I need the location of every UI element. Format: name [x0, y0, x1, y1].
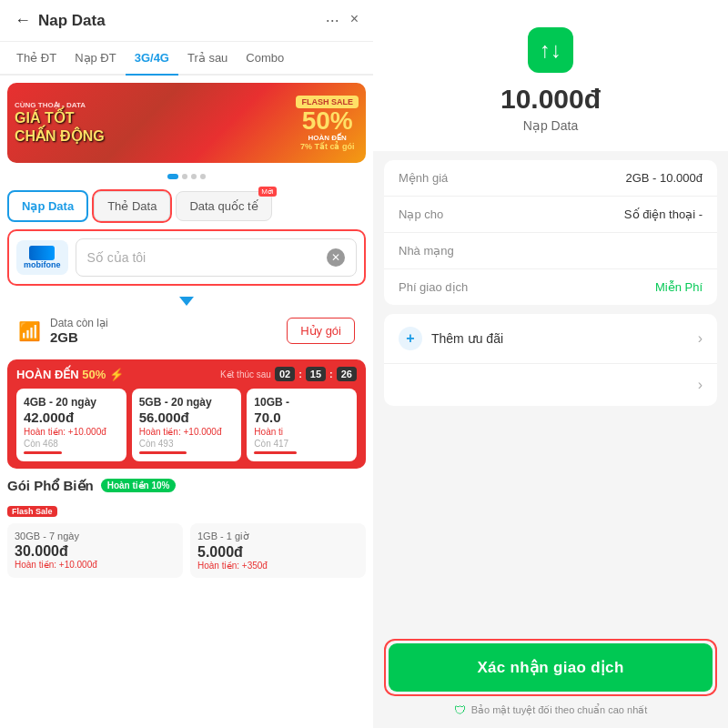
pkg-3-price: 70.0: [254, 409, 349, 427]
clear-input-button[interactable]: ✕: [327, 248, 345, 267]
pkg-2-remaining: Còn 493: [139, 439, 235, 449]
right-panel: ↑↓ 10.000đ Nạp Data Mệnh giá 2GB - 10.00…: [373, 0, 728, 728]
flash-sale-tag-wrapper: Flash Sale: [7, 501, 366, 518]
pop-pkg-2-price: 5.000đ: [197, 544, 359, 561]
refund-badge: Hoàn tiền 10%: [101, 479, 177, 492]
data-remaining-amount: 2GB: [50, 329, 108, 345]
header-left: ← Nap Data: [15, 11, 106, 30]
payment-header: ↑↓ 10.000đ Nạp Data: [373, 0, 728, 151]
flash-packages: 4GB - 20 ngày 42.000đ Hoàn tiền: +10.000…: [16, 389, 357, 461]
detail-row-nha-mang: Nhà mạng: [384, 233, 717, 269]
spacer: [373, 415, 728, 628]
flash-package-1[interactable]: 4GB - 20 ngày 42.000đ Hoàn tiền: +10.000…: [16, 389, 126, 461]
countdown-hours: 02: [275, 367, 295, 381]
promo-text: Thêm ưu đãi: [431, 331, 503, 346]
detail-value-phi-giao-dich: Miễn Phí: [655, 280, 703, 294]
pkg-2-refund: Hoàn tiền: +10.000đ: [139, 427, 235, 437]
data-remaining-label: Data còn lại: [50, 317, 108, 329]
discount-percent: 50%: [302, 108, 353, 134]
payment-amount: 10.000đ: [500, 84, 601, 115]
signal-icon: 📶: [18, 320, 41, 342]
pkg-3-refund: Hoàn ti: [254, 427, 349, 437]
chevron-right-extra-icon: ›: [698, 377, 703, 393]
flash-package-2[interactable]: 5GB - 20 ngày 56.000đ Hoàn tiền: +10.000…: [132, 389, 242, 461]
detail-key-phi-giao-dich: Phí giao dịch: [399, 280, 468, 294]
dot-3: [191, 174, 197, 179]
promo-left: + Thêm ưu đãi: [399, 327, 503, 350]
back-button[interactable]: ←: [15, 11, 31, 30]
detail-row-phi-giao-dich: Phí giao dịch Miễn Phí: [384, 269, 717, 305]
flash-sale-header: HOÀN ĐẾN 50% ⚡ Kết thúc sau 02 : 15 : 26: [16, 367, 357, 381]
app-header: ← Nap Data ··· ×: [0, 0, 373, 42]
refund-amount: 7% Tất cả gói: [300, 142, 355, 151]
phone-placeholder: Số của tôi: [87, 250, 147, 265]
countdown-minutes: 15: [306, 367, 326, 381]
popular-header: Gói Phổ Biến Hoàn tiền 10%: [7, 478, 366, 494]
confirm-button[interactable]: Xác nhận giao dịch: [389, 643, 713, 692]
tab-nap-data[interactable]: Nạp Data: [7, 190, 88, 222]
popular-title: Gói Phổ Biến: [7, 478, 94, 494]
pop-pkg-1-price: 30.000đ: [15, 543, 176, 560]
promo-plus-icon: +: [399, 327, 422, 350]
flash-sale-section: HOÀN ĐẾN 50% ⚡ Kết thúc sau 02 : 15 : 26…: [7, 359, 366, 469]
pkg-1-remaining: Còn 468: [24, 439, 119, 449]
payment-icon-symbol: ↑↓: [540, 37, 561, 63]
tab-nap-dt[interactable]: Nạp ĐT: [66, 42, 126, 74]
promo-row-them-uu-dai[interactable]: + Thêm ưu đãi ›: [384, 314, 717, 364]
tab-tra-sau[interactable]: Trả sau: [178, 42, 237, 74]
new-badge: Mới: [258, 187, 276, 197]
detail-value-menh-gia: 2GB - 10.000đ: [625, 171, 703, 185]
detail-row-nap-cho: Nạp cho Số điện thoại -: [384, 197, 717, 233]
page-title: Nap Data: [38, 12, 106, 30]
left-panel: ← Nap Data ··· × Thẻ ĐT Nạp ĐT 3G/4G Trả…: [0, 0, 373, 728]
header-right: ··· ×: [326, 11, 359, 30]
mobifone-icon: [29, 246, 55, 260]
flash-package-3[interactable]: 10GB - 70.0 Hoàn ti Còn 417: [247, 389, 357, 461]
banner-dots: [0, 170, 373, 183]
banner-left: CÙNG THOẠI - DATA GIÁ TỐTCHẤN ĐỘNG: [7, 94, 288, 151]
pop-pkg-2-refund: Hoàn tiền: +350đ: [197, 561, 359, 571]
tab-data-quoc-te[interactable]: Data quốc tế: [176, 191, 271, 221]
banner-title: GIÁ TỐTCHẤN ĐỘNG: [15, 109, 105, 144]
flash-sale-title: HOÀN ĐẾN 50% ⚡: [16, 368, 124, 381]
refund-text: HOÀN ĐẾN: [308, 134, 347, 142]
phone-input-area: mobifone Số của tôi ✕: [7, 229, 366, 286]
tab-the-data[interactable]: Thẻ Data: [94, 191, 170, 221]
detail-value-nap-cho: Số điện thoại -: [624, 207, 703, 221]
tab-3g4g[interactable]: 3G/4G: [126, 42, 178, 74]
payment-service-label: Nạp Data: [523, 118, 578, 133]
operator-logo: mobifone: [16, 240, 68, 275]
dot-4: [200, 174, 206, 179]
countdown-label: Kết thúc sau: [220, 369, 271, 379]
confirm-btn-wrapper: Xác nhận giao dịch: [384, 639, 717, 696]
tab-combo[interactable]: Combo: [237, 42, 293, 74]
promo-row-extra[interactable]: ›: [384, 364, 717, 406]
dropdown-triangle-icon: [179, 297, 194, 306]
pop-pkg-2-duration: 1GB - 1 giờ: [197, 531, 359, 542]
pkg-2-price: 56.000đ: [139, 409, 235, 427]
pkg-2-bar: [139, 451, 187, 454]
tab-data-quoc-te-container: Data quốc tế Mới: [176, 191, 271, 221]
pop-pkg-1-refund: Hoàn tiền: +10.000đ: [15, 560, 176, 570]
pkg-1-price: 42.000đ: [24, 409, 119, 427]
promo-section: + Thêm ưu đãi › ›: [384, 314, 717, 406]
promo-banner: CÙNG THOẠI - DATA GIÁ TỐTCHẤN ĐỘNG FLASH…: [7, 83, 366, 163]
dropdown-indicator: [0, 297, 373, 306]
cancel-plan-button[interactable]: Hủy gói: [287, 318, 355, 344]
pkg-1-bar: [24, 451, 62, 454]
popular-pkg-2[interactable]: 1GB - 1 giờ 5.000đ Hoàn tiền: +350đ: [190, 523, 366, 578]
security-text: Bảo mật tuyệt đối theo chuẩn cao nhất: [471, 704, 648, 716]
nav-tabs: Thẻ ĐT Nạp ĐT 3G/4G Trả sau Combo: [0, 42, 373, 76]
close-button[interactable]: ×: [350, 11, 359, 30]
popular-pkg-1[interactable]: 30GB - 7 ngày 30.000đ Hoàn tiền: +10.000…: [7, 523, 183, 578]
operator-name: mobifone: [24, 260, 61, 269]
detail-key-nap-cho: Nạp cho: [399, 207, 443, 221]
confirm-section: Xác nhận giao dịch 🛡 Bảo mật tuyệt đối t…: [373, 628, 728, 728]
data-info: 📶 Data còn lại 2GB: [18, 317, 108, 345]
popular-packages: 30GB - 7 ngày 30.000đ Hoàn tiền: +10.000…: [7, 523, 366, 578]
phone-input-box[interactable]: Số của tôi ✕: [76, 238, 358, 277]
more-options-button[interactable]: ···: [326, 11, 339, 30]
data-text: Data còn lại 2GB: [50, 317, 108, 345]
sub-tabs: Nạp Data Thẻ Data Data quốc tế Mới: [0, 183, 373, 222]
tab-the-dt[interactable]: Thẻ ĐT: [7, 42, 66, 74]
